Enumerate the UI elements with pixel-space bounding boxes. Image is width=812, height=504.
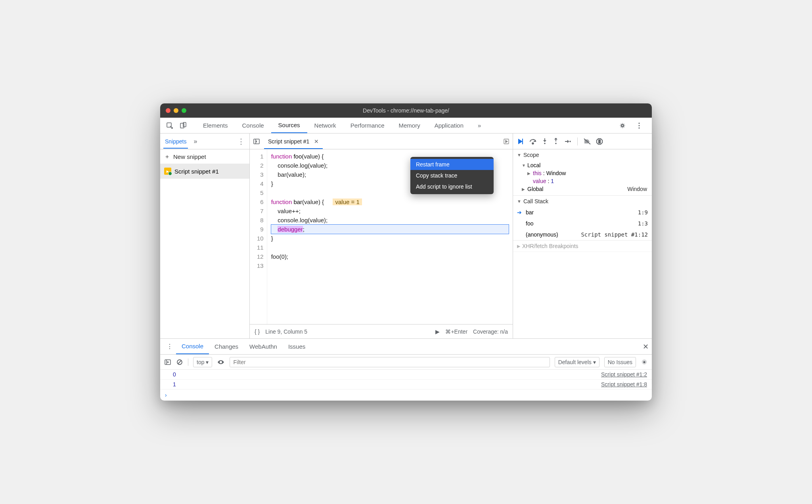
svg-point-9: [532, 143, 534, 144]
tab-console[interactable]: Console: [235, 118, 271, 133]
debugger-controls: [513, 134, 652, 149]
tab-performance[interactable]: Performance: [343, 118, 392, 133]
console-context-selector[interactable]: top ▾: [193, 357, 212, 367]
xhr-breakpoints-section: ▶XHR/fetch Breakpoints: [513, 241, 652, 252]
devtools-window: DevTools - chrome://new-tab-page/ Elemen…: [160, 103, 652, 401]
svg-rect-14: [600, 140, 601, 143]
new-snippet-label: New snippet: [173, 153, 206, 160]
titlebar: DevTools - chrome://new-tab-page/: [160, 103, 652, 118]
scope-this[interactable]: ▶this: Window: [517, 169, 652, 177]
console-prompt[interactable]: ›: [160, 389, 652, 401]
callstack-frame-bar[interactable]: ➔ bar 1:9: [513, 207, 652, 218]
menu-restart-frame[interactable]: Restart frame: [410, 159, 494, 170]
drawer-tab-console[interactable]: Console: [176, 339, 209, 354]
svg-rect-8: [522, 139, 523, 144]
tab-memory[interactable]: Memory: [392, 118, 427, 133]
xhr-breakpoints-header[interactable]: ▶XHR/fetch Breakpoints: [513, 241, 652, 252]
drawer-tabs: ⋮ Console Changes WebAuthn Issues ✕: [160, 339, 652, 355]
callstack-section: ▼Call Stack ➔ bar 1:9 foo 1:3 (anonymous…: [513, 196, 652, 241]
minimize-window-icon[interactable]: [174, 108, 178, 113]
console-settings-gear-icon[interactable]: [641, 359, 648, 366]
svg-point-12: [569, 141, 571, 142]
drawer: ⋮ Console Changes WebAuthn Issues ✕ top …: [160, 338, 652, 401]
close-tab-icon[interactable]: ✕: [314, 138, 319, 145]
sidebar-kebab-icon[interactable]: ⋮: [236, 137, 246, 146]
settings-gear-icon[interactable]: [617, 120, 628, 131]
console-source-link[interactable]: Script snippet #1:2: [601, 371, 647, 378]
tab-overflow-icon[interactable]: »: [471, 118, 488, 133]
snippet-file-icon: ▸: [164, 168, 171, 175]
console-sidebar-toggle-icon[interactable]: [164, 359, 171, 365]
scope-global[interactable]: ▶GlobalWindow: [517, 185, 652, 193]
chevron-down-icon: ▾: [206, 359, 209, 365]
clear-console-icon[interactable]: [176, 359, 183, 366]
context-menu: Restart frame Copy stack trace Add scrip…: [410, 157, 494, 194]
pause-on-exceptions-icon[interactable]: [596, 138, 603, 145]
svg-point-3: [638, 122, 640, 124]
current-frame-arrow-icon: ➔: [517, 209, 523, 216]
scope-value: value: 1: [517, 177, 652, 185]
cursor-position: Line 9, Column 5: [265, 328, 307, 335]
menu-add-to-ignore-list[interactable]: Add script to ignore list: [410, 181, 494, 192]
snippet-item-label: Script snippet #1: [174, 168, 219, 175]
editor-file-tab[interactable]: Script snippet #1 ✕: [264, 134, 323, 149]
toggle-navigator-icon[interactable]: [253, 138, 260, 145]
sidebar-tab-snippets[interactable]: Snippets: [163, 134, 188, 149]
menu-copy-stack-trace[interactable]: Copy stack trace: [410, 170, 494, 181]
live-expression-icon[interactable]: [217, 359, 225, 365]
chevron-down-icon: ▾: [593, 359, 596, 365]
editor-header: Script snippet #1 ✕: [250, 134, 513, 149]
svg-point-11: [555, 143, 557, 144]
drawer-tab-webauthn[interactable]: WebAuthn: [244, 339, 283, 354]
step-over-icon[interactable]: [529, 138, 537, 145]
tab-application[interactable]: Application: [427, 118, 471, 133]
tab-sources[interactable]: Sources: [271, 118, 307, 133]
svg-point-10: [544, 143, 546, 144]
line-gutter: 12345678910111213: [250, 149, 267, 324]
svg-point-5: [638, 127, 640, 128]
console-source-link[interactable]: Script snippet #1:8: [601, 381, 647, 388]
tab-elements[interactable]: Elements: [196, 118, 235, 133]
pretty-print-icon[interactable]: { }: [255, 328, 260, 335]
resume-icon[interactable]: [516, 137, 524, 145]
tab-network[interactable]: Network: [307, 118, 343, 133]
callstack-frame-anonymous[interactable]: (anonymous) Script snippet #1:12: [513, 229, 652, 240]
step-icon[interactable]: [564, 138, 572, 145]
kebab-menu-icon[interactable]: [634, 120, 645, 131]
deactivate-breakpoints-icon[interactable]: [583, 138, 591, 145]
log-levels-selector[interactable]: Default levels ▾: [555, 357, 599, 367]
console-toolbar: top ▾ Default levels ▾ No Issues: [160, 355, 652, 370]
svg-rect-13: [599, 140, 599, 143]
scope-local[interactable]: ▼Local: [517, 161, 652, 169]
drawer-kebab-icon[interactable]: ⋮: [163, 343, 176, 350]
scope-header[interactable]: ▼Scope: [513, 149, 652, 160]
callstack-frame-foo[interactable]: foo 1:3: [513, 218, 652, 229]
console-filter-input[interactable]: [230, 357, 550, 367]
console-row[interactable]: 0 Script snippet #1:2: [160, 370, 652, 380]
drawer-tab-changes[interactable]: Changes: [209, 339, 244, 354]
snippet-item[interactable]: ▸ Script snippet #1: [160, 164, 249, 179]
inline-value-hint: value = 1: [333, 199, 362, 205]
debugger-panel: ▼Scope ▼Local ▶this: Window value: 1 ▶Gl…: [513, 134, 652, 338]
svg-point-4: [638, 125, 640, 126]
console-output: 0 Script snippet #1:2 1 Script snippet #…: [160, 370, 652, 401]
step-out-icon[interactable]: [553, 138, 559, 145]
drawer-tab-issues[interactable]: Issues: [283, 339, 311, 354]
run-snippet-icon[interactable]: ▶: [435, 328, 440, 335]
callstack-header[interactable]: ▼Call Stack: [513, 196, 652, 207]
sidebar-tabs-overflow-icon[interactable]: »: [193, 138, 236, 145]
main-area: Snippets » ⋮ ＋ New snippet ▸ Script snip…: [160, 134, 652, 338]
scope-section: ▼Scope ▼Local ▶this: Window value: 1 ▶Gl…: [513, 149, 652, 196]
device-toggle-icon[interactable]: [178, 120, 189, 131]
step-into-icon[interactable]: [542, 138, 548, 145]
close-window-icon[interactable]: [166, 108, 170, 113]
issues-button[interactable]: No Issues: [604, 357, 636, 367]
console-row[interactable]: 1 Script snippet #1:8: [160, 380, 652, 389]
new-snippet-button[interactable]: ＋ New snippet: [160, 149, 249, 164]
inspect-icon[interactable]: [164, 120, 175, 131]
drawer-close-icon[interactable]: ✕: [643, 342, 649, 351]
editor-filename: Script snippet #1: [268, 138, 309, 145]
editor-run-icon[interactable]: [503, 138, 509, 145]
sidebar: Snippets » ⋮ ＋ New snippet ▸ Script snip…: [160, 134, 250, 338]
maximize-window-icon[interactable]: [182, 108, 186, 113]
